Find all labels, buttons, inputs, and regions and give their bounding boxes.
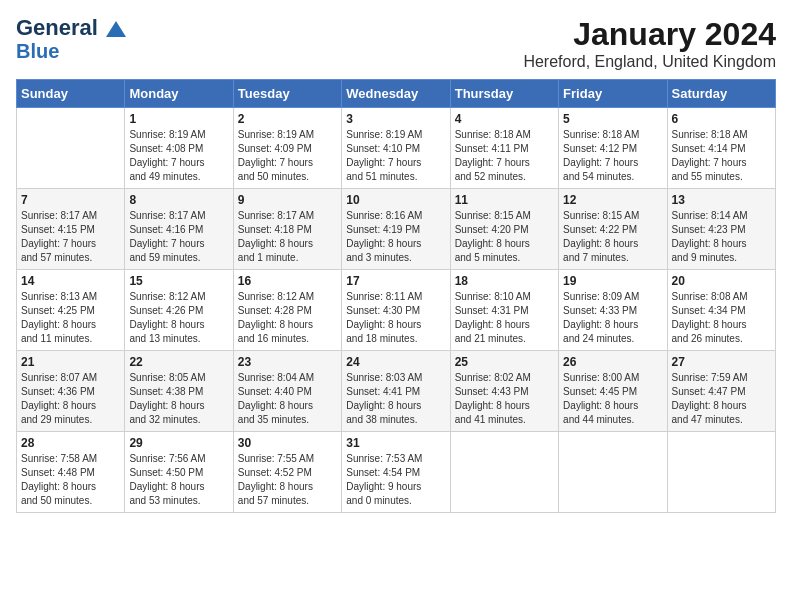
cell-info: Sunrise: 8:19 AM Sunset: 4:08 PM Dayligh… [129, 128, 228, 184]
cell-info: Sunrise: 8:09 AM Sunset: 4:33 PM Dayligh… [563, 290, 662, 346]
cell-info: Sunrise: 8:05 AM Sunset: 4:38 PM Dayligh… [129, 371, 228, 427]
col-tuesday: Tuesday [233, 80, 341, 108]
day-number: 27 [672, 355, 771, 369]
cell-info: Sunrise: 8:10 AM Sunset: 4:31 PM Dayligh… [455, 290, 554, 346]
table-row [450, 432, 558, 513]
day-number: 11 [455, 193, 554, 207]
day-number: 21 [21, 355, 120, 369]
cell-info: Sunrise: 8:02 AM Sunset: 4:43 PM Dayligh… [455, 371, 554, 427]
calendar-week-2: 7Sunrise: 8:17 AM Sunset: 4:15 PM Daylig… [17, 189, 776, 270]
table-row: 7Sunrise: 8:17 AM Sunset: 4:15 PM Daylig… [17, 189, 125, 270]
col-thursday: Thursday [450, 80, 558, 108]
cell-info: Sunrise: 8:00 AM Sunset: 4:45 PM Dayligh… [563, 371, 662, 427]
day-number: 9 [238, 193, 337, 207]
table-row: 19Sunrise: 8:09 AM Sunset: 4:33 PM Dayli… [559, 270, 667, 351]
calendar-week-1: 1Sunrise: 8:19 AM Sunset: 4:08 PM Daylig… [17, 108, 776, 189]
cell-info: Sunrise: 8:17 AM Sunset: 4:15 PM Dayligh… [21, 209, 120, 265]
table-row: 8Sunrise: 8:17 AM Sunset: 4:16 PM Daylig… [125, 189, 233, 270]
cell-info: Sunrise: 8:16 AM Sunset: 4:19 PM Dayligh… [346, 209, 445, 265]
cell-info: Sunrise: 8:12 AM Sunset: 4:26 PM Dayligh… [129, 290, 228, 346]
table-row: 4Sunrise: 8:18 AM Sunset: 4:11 PM Daylig… [450, 108, 558, 189]
day-number: 7 [21, 193, 120, 207]
table-row: 25Sunrise: 8:02 AM Sunset: 4:43 PM Dayli… [450, 351, 558, 432]
table-row: 5Sunrise: 8:18 AM Sunset: 4:12 PM Daylig… [559, 108, 667, 189]
table-row: 11Sunrise: 8:15 AM Sunset: 4:20 PM Dayli… [450, 189, 558, 270]
table-row: 24Sunrise: 8:03 AM Sunset: 4:41 PM Dayli… [342, 351, 450, 432]
table-row: 29Sunrise: 7:56 AM Sunset: 4:50 PM Dayli… [125, 432, 233, 513]
table-row: 21Sunrise: 8:07 AM Sunset: 4:36 PM Dayli… [17, 351, 125, 432]
day-number: 28 [21, 436, 120, 450]
day-number: 8 [129, 193, 228, 207]
table-row: 28Sunrise: 7:58 AM Sunset: 4:48 PM Dayli… [17, 432, 125, 513]
logo-icon [106, 21, 126, 37]
cell-info: Sunrise: 8:12 AM Sunset: 4:28 PM Dayligh… [238, 290, 337, 346]
table-row: 13Sunrise: 8:14 AM Sunset: 4:23 PM Dayli… [667, 189, 775, 270]
table-row: 3Sunrise: 8:19 AM Sunset: 4:10 PM Daylig… [342, 108, 450, 189]
day-number: 20 [672, 274, 771, 288]
day-number: 3 [346, 112, 445, 126]
page-subtitle: Hereford, England, United Kingdom [523, 53, 776, 71]
page-header: General Blue January 2024 Hereford, Engl… [16, 16, 776, 71]
logo: General Blue [16, 16, 126, 62]
cell-info: Sunrise: 8:14 AM Sunset: 4:23 PM Dayligh… [672, 209, 771, 265]
day-number: 24 [346, 355, 445, 369]
table-row: 27Sunrise: 7:59 AM Sunset: 4:47 PM Dayli… [667, 351, 775, 432]
day-number: 18 [455, 274, 554, 288]
cell-info: Sunrise: 8:11 AM Sunset: 4:30 PM Dayligh… [346, 290, 445, 346]
table-row: 14Sunrise: 8:13 AM Sunset: 4:25 PM Dayli… [17, 270, 125, 351]
calendar-week-5: 28Sunrise: 7:58 AM Sunset: 4:48 PM Dayli… [17, 432, 776, 513]
cell-info: Sunrise: 8:07 AM Sunset: 4:36 PM Dayligh… [21, 371, 120, 427]
table-row: 23Sunrise: 8:04 AM Sunset: 4:40 PM Dayli… [233, 351, 341, 432]
calendar-table: Sunday Monday Tuesday Wednesday Thursday… [16, 79, 776, 513]
day-number: 30 [238, 436, 337, 450]
table-row: 30Sunrise: 7:55 AM Sunset: 4:52 PM Dayli… [233, 432, 341, 513]
day-number: 10 [346, 193, 445, 207]
svg-marker-0 [106, 21, 126, 37]
col-monday: Monday [125, 80, 233, 108]
day-number: 1 [129, 112, 228, 126]
cell-info: Sunrise: 8:17 AM Sunset: 4:16 PM Dayligh… [129, 209, 228, 265]
table-row: 10Sunrise: 8:16 AM Sunset: 4:19 PM Dayli… [342, 189, 450, 270]
cell-info: Sunrise: 8:15 AM Sunset: 4:22 PM Dayligh… [563, 209, 662, 265]
col-sunday: Sunday [17, 80, 125, 108]
table-row: 26Sunrise: 8:00 AM Sunset: 4:45 PM Dayli… [559, 351, 667, 432]
cell-info: Sunrise: 7:56 AM Sunset: 4:50 PM Dayligh… [129, 452, 228, 508]
day-number: 22 [129, 355, 228, 369]
table-row: 18Sunrise: 8:10 AM Sunset: 4:31 PM Dayli… [450, 270, 558, 351]
day-number: 19 [563, 274, 662, 288]
day-number: 29 [129, 436, 228, 450]
cell-info: Sunrise: 8:19 AM Sunset: 4:10 PM Dayligh… [346, 128, 445, 184]
logo-blue: Blue [16, 40, 59, 62]
cell-info: Sunrise: 8:17 AM Sunset: 4:18 PM Dayligh… [238, 209, 337, 265]
day-number: 15 [129, 274, 228, 288]
table-row: 9Sunrise: 8:17 AM Sunset: 4:18 PM Daylig… [233, 189, 341, 270]
table-row [667, 432, 775, 513]
day-number: 4 [455, 112, 554, 126]
cell-info: Sunrise: 8:18 AM Sunset: 4:14 PM Dayligh… [672, 128, 771, 184]
day-number: 23 [238, 355, 337, 369]
day-number: 31 [346, 436, 445, 450]
day-number: 14 [21, 274, 120, 288]
day-number: 26 [563, 355, 662, 369]
cell-info: Sunrise: 8:19 AM Sunset: 4:09 PM Dayligh… [238, 128, 337, 184]
cell-info: Sunrise: 7:55 AM Sunset: 4:52 PM Dayligh… [238, 452, 337, 508]
day-number: 6 [672, 112, 771, 126]
table-row: 1Sunrise: 8:19 AM Sunset: 4:08 PM Daylig… [125, 108, 233, 189]
day-number: 2 [238, 112, 337, 126]
cell-info: Sunrise: 8:03 AM Sunset: 4:41 PM Dayligh… [346, 371, 445, 427]
title-block: January 2024 Hereford, England, United K… [523, 16, 776, 71]
table-row: 22Sunrise: 8:05 AM Sunset: 4:38 PM Dayli… [125, 351, 233, 432]
table-row: 16Sunrise: 8:12 AM Sunset: 4:28 PM Dayli… [233, 270, 341, 351]
table-row: 20Sunrise: 8:08 AM Sunset: 4:34 PM Dayli… [667, 270, 775, 351]
col-wednesday: Wednesday [342, 80, 450, 108]
calendar-week-3: 14Sunrise: 8:13 AM Sunset: 4:25 PM Dayli… [17, 270, 776, 351]
day-number: 16 [238, 274, 337, 288]
table-row: 17Sunrise: 8:11 AM Sunset: 4:30 PM Dayli… [342, 270, 450, 351]
table-row: 2Sunrise: 8:19 AM Sunset: 4:09 PM Daylig… [233, 108, 341, 189]
day-number: 25 [455, 355, 554, 369]
page-title: January 2024 [523, 16, 776, 53]
logo-text: General [16, 16, 126, 40]
cell-info: Sunrise: 7:59 AM Sunset: 4:47 PM Dayligh… [672, 371, 771, 427]
table-row: 15Sunrise: 8:12 AM Sunset: 4:26 PM Dayli… [125, 270, 233, 351]
calendar-header-row: Sunday Monday Tuesday Wednesday Thursday… [17, 80, 776, 108]
